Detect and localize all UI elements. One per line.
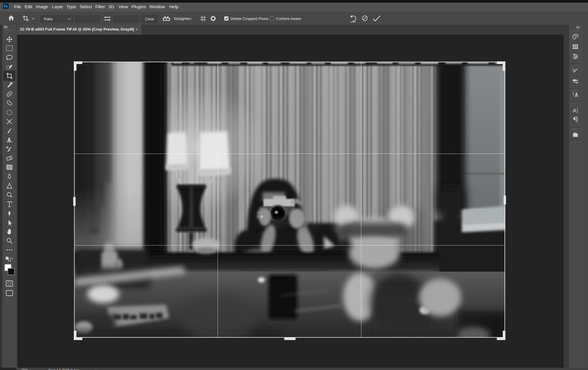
svg-text:A: A (573, 107, 577, 114)
